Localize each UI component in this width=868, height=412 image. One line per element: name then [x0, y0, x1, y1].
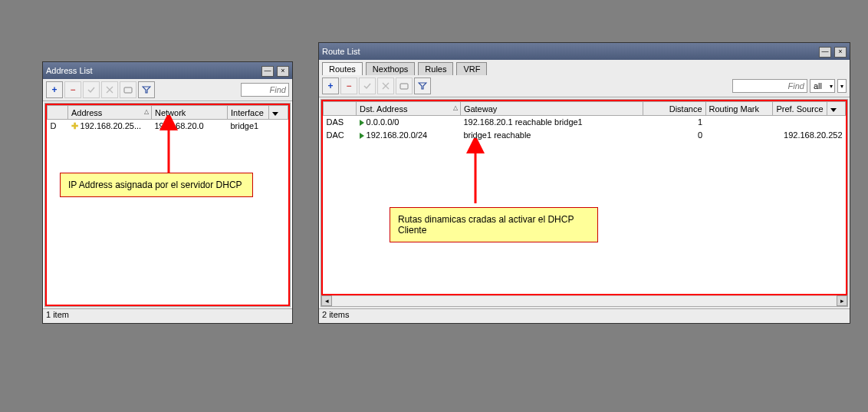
remove-button[interactable]: −	[340, 77, 357, 94]
comment-button[interactable]	[120, 81, 136, 98]
tab-nexthops[interactable]: Nexthops	[366, 62, 415, 75]
active-icon	[360, 120, 364, 126]
add-button[interactable]: +	[322, 77, 339, 94]
content-area: Dst. Address△ Gateway Distance Routing M…	[321, 99, 848, 307]
filter-overflow[interactable]: ▾	[837, 79, 847, 93]
filter-select[interactable]: all▾	[810, 79, 835, 93]
row-address: ✚ 192.168.20.25...	[68, 120, 152, 133]
find-input[interactable]	[732, 79, 807, 93]
window-title: Address List	[46, 65, 261, 76]
row-dst: 192.168.20.0/24	[367, 130, 428, 140]
col-interface[interactable]: Interface	[228, 106, 269, 120]
callout-right: Rutas dinamicas cradas al activar el DHC…	[390, 207, 598, 242]
enable-button[interactable]	[83, 81, 100, 98]
close-button[interactable]: ×	[834, 47, 847, 58]
add-button[interactable]: +	[46, 81, 63, 98]
row-flag: D	[48, 120, 68, 133]
svg-rect-5	[400, 84, 408, 89]
route-table: Dst. Address△ Gateway Distance Routing M…	[323, 101, 846, 141]
row-flag: DAS	[324, 116, 357, 129]
statusbar: 2 items	[319, 308, 850, 323]
titlebar: Route List ― ×	[319, 43, 850, 60]
hscroll[interactable]: ◂ ▸	[321, 295, 847, 306]
row-network: 192.168.20.0	[152, 120, 228, 133]
col-menu[interactable]	[269, 106, 288, 120]
row-distance: 0	[643, 129, 705, 142]
col-distance[interactable]: Distance	[643, 102, 705, 116]
col-dst[interactable]: Dst. Address△	[357, 102, 461, 116]
table-row[interactable]: DAC 192.168.20.0/24 bridge1 reachable 0 …	[324, 129, 846, 142]
tab-vrf[interactable]: VRF	[456, 62, 487, 75]
svg-rect-2	[124, 87, 132, 93]
statusbar: 1 item	[43, 308, 292, 323]
plus-icon: ✚	[71, 121, 78, 130]
row-mark	[705, 116, 773, 129]
minimize-button[interactable]: ―	[261, 66, 274, 77]
toolbar: + − all▾ ▾	[319, 75, 850, 97]
tab-routes[interactable]: Routes	[322, 62, 363, 75]
content-area: Address△ Network Interface D ✚ 192.168.2…	[44, 103, 291, 307]
comment-button[interactable]	[396, 77, 413, 94]
tabs: Routes Nexthops Rules VRF	[319, 60, 850, 75]
table-row[interactable]: DAS 0.0.0.0/0 192.168.20.1 reachable bri…	[324, 116, 846, 129]
table-row[interactable]: D ✚ 192.168.20.25... 192.168.20.0 bridge…	[48, 120, 288, 133]
enable-button[interactable]	[359, 77, 376, 94]
row-pref: 192.168.20.252	[773, 129, 846, 142]
filter-button[interactable]	[414, 77, 431, 94]
row-mark	[705, 129, 773, 142]
titlebar: Address List ― ×	[43, 62, 292, 79]
toolbar: + −	[43, 79, 292, 101]
col-address[interactable]: Address△	[68, 106, 152, 120]
close-button[interactable]: ×	[277, 66, 289, 77]
col-menu[interactable]	[827, 102, 845, 116]
col-network[interactable]: Network	[152, 106, 228, 120]
row-gateway: bridge1 reachable	[460, 129, 643, 142]
col-gateway[interactable]: Gateway	[460, 102, 643, 116]
remove-button[interactable]: −	[64, 81, 81, 98]
col-pref[interactable]: Pref. Source	[773, 102, 827, 116]
col-mark[interactable]: Routing Mark	[705, 102, 773, 116]
disable-button[interactable]	[377, 77, 394, 94]
row-pref	[773, 116, 846, 129]
scroll-left[interactable]: ◂	[321, 295, 332, 306]
minimize-button[interactable]: ―	[819, 47, 831, 58]
highlighted-region: Dst. Address△ Gateway Distance Routing M…	[321, 100, 847, 295]
tab-rules[interactable]: Rules	[418, 62, 453, 75]
callout-left: IP Address asignada por el servidor DHCP	[60, 173, 253, 197]
row-interface: bridge1	[228, 120, 288, 133]
find-input[interactable]	[241, 83, 289, 97]
route-list-window: Route List ― × Routes Nexthops Rules VRF…	[318, 42, 850, 324]
highlighted-region: Address△ Network Interface D ✚ 192.168.2…	[45, 104, 290, 306]
filter-button[interactable]	[138, 81, 155, 98]
address-table: Address△ Network Interface D ✚ 192.168.2…	[47, 105, 288, 132]
active-icon	[360, 133, 364, 139]
row-distance: 1	[643, 116, 705, 129]
scroll-right[interactable]: ▸	[837, 295, 847, 306]
window-title: Route List	[322, 46, 818, 57]
row-flag: DAC	[324, 129, 357, 142]
row-dst: 0.0.0.0/0	[367, 117, 399, 127]
row-gateway: 192.168.20.1 reachable bridge1	[460, 116, 643, 129]
disable-button[interactable]	[101, 81, 118, 98]
